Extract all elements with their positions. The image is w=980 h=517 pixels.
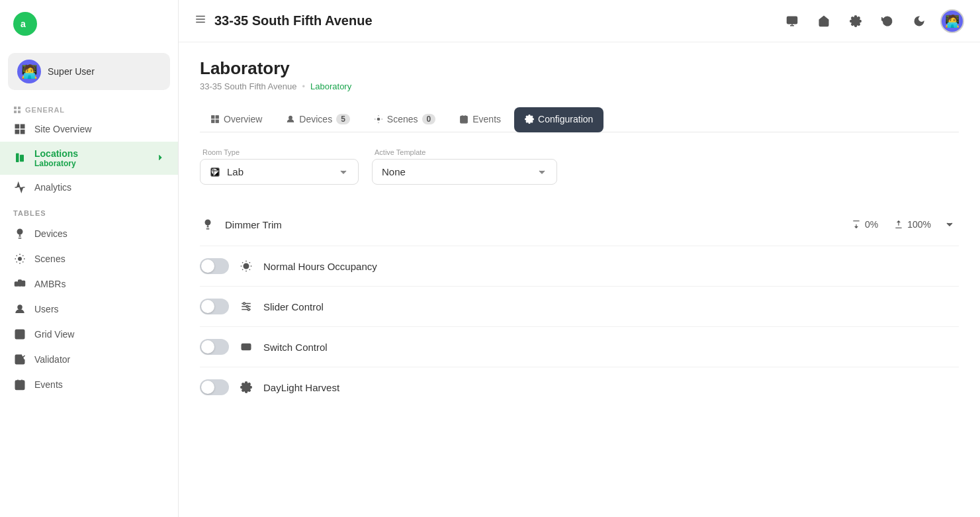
switch-icon <box>238 341 254 353</box>
switch-control-toggle[interactable] <box>200 339 229 355</box>
sidebar-item-ambrs-label: AMBRs <box>34 279 66 289</box>
room-type-value: Lab <box>227 166 332 177</box>
daylight-gear-icon <box>238 381 254 393</box>
breadcrumb: 33-35 South Fifth Avenue • Laboratory <box>200 81 959 91</box>
tab-bar: Overview Devices 5 Scenes 0 Events Confi… <box>200 107 959 132</box>
svg-rect-33 <box>212 116 214 118</box>
gridview-icon <box>13 328 26 340</box>
building-icon[interactable] <box>813 11 834 32</box>
dimmer-trim-expand-button[interactable] <box>940 215 959 234</box>
sidebar-item-events-label: Events <box>34 379 63 390</box>
svg-rect-6 <box>20 155 24 162</box>
sidebar-item-grid-view[interactable]: Grid View <box>0 322 178 347</box>
room-type-select[interactable]: Lab <box>200 159 359 185</box>
sidebar-item-grid-view-label: Grid View <box>34 329 74 340</box>
slider-icon <box>238 301 254 312</box>
ambr-icon <box>13 278 26 290</box>
svg-rect-18 <box>15 330 24 339</box>
sidebar-item-locations[interactable]: Locations Laboratory <box>0 142 178 175</box>
normal-hours-occupancy-label: Normal Hours Occupancy <box>263 261 959 272</box>
settings-icon[interactable] <box>845 11 866 32</box>
main-area: 33-35 South Fifth Avenue 🧑‍💻 Laborato <box>179 0 980 517</box>
tab-scenes[interactable]: Scenes 0 <box>363 107 446 132</box>
slider-control-toggle[interactable] <box>200 299 229 314</box>
user-icon <box>13 303 26 315</box>
svg-line-61 <box>242 269 243 270</box>
app-logo[interactable]: a <box>13 12 37 36</box>
sidebar-item-site-overview[interactable]: Site Overview <box>0 117 178 142</box>
sidebar-item-users[interactable]: Users <box>0 297 178 322</box>
topbar: 33-35 South Fifth Avenue 🧑‍💻 <box>179 0 980 42</box>
scenes-icon <box>13 253 26 265</box>
tab-devices-label: Devices <box>299 114 332 124</box>
svg-rect-36 <box>216 120 218 122</box>
config-row: Room Type Lab Active Template None <box>200 148 959 185</box>
sidebar-toggle-button[interactable] <box>195 13 206 28</box>
svg-point-9 <box>19 258 22 261</box>
user-card[interactable]: 🧑‍💻 Super User <box>8 53 170 90</box>
svg-rect-3 <box>15 130 19 134</box>
svg-rect-43 <box>461 116 468 123</box>
sidebar-item-analytics[interactable]: Analytics <box>0 175 178 200</box>
tab-events[interactable]: Events <box>449 107 512 132</box>
sidebar-item-validator[interactable]: Validator <box>0 347 178 372</box>
sidebar-item-scenes[interactable]: Scenes <box>0 246 178 271</box>
feature-row-normal-hours-occupancy: Normal Hours Occupancy <box>200 246 959 287</box>
svg-point-54 <box>244 263 249 269</box>
page-title: Laboratory <box>200 58 959 79</box>
sidebar-locations-sub: Laboratory <box>34 159 148 168</box>
sidebar-item-devices[interactable]: Devices <box>0 221 178 246</box>
topbar-title: 33-35 South Fifth Avenue <box>214 13 774 28</box>
refresh-icon[interactable] <box>877 11 898 32</box>
active-template-select[interactable]: None <box>372 159 557 185</box>
sidebar-item-site-overview-label: Site Overview <box>34 124 91 134</box>
sidebar-item-events[interactable]: Events <box>0 372 178 397</box>
active-template-value: None <box>382 166 530 177</box>
monitor-icon[interactable] <box>781 11 803 32</box>
tab-devices-badge: 5 <box>336 114 350 124</box>
page-content: Laboratory 33-35 South Fifth Avenue • La… <box>179 42 980 517</box>
tab-overview-label: Overview <box>224 114 262 124</box>
svg-line-57 <box>242 262 243 263</box>
tab-events-label: Events <box>472 114 501 124</box>
svg-point-38 <box>377 118 380 120</box>
dimmer-trim-label: Dimmer Trim <box>225 219 842 230</box>
tab-scenes-label: Scenes <box>387 114 418 124</box>
sun-icon <box>238 260 254 272</box>
room-type-icon <box>210 167 220 177</box>
dark-mode-icon[interactable] <box>909 11 930 32</box>
room-type-group: Room Type Lab <box>200 148 359 185</box>
feature-row-dimmer-trim: Dimmer Trim 0% 100% <box>200 203 959 246</box>
sidebar-item-ambrs[interactable]: AMBRs <box>0 271 178 297</box>
dimmer-trim-values: 0% 100% <box>852 219 931 230</box>
feature-list: Dimmer Trim 0% 100% <box>200 203 959 407</box>
svg-line-62 <box>249 262 250 263</box>
breadcrumb-address[interactable]: 33-35 South Fifth Avenue <box>200 81 296 91</box>
svg-point-37 <box>289 116 292 119</box>
svg-rect-14 <box>15 282 19 286</box>
svg-line-58 <box>249 269 250 270</box>
normal-hours-occupancy-toggle[interactable] <box>200 258 229 274</box>
analytics-icon <box>13 181 26 193</box>
tab-overview[interactable]: Overview <box>200 107 273 132</box>
sidebar: a 🧑‍💻 Super User GENERAL Site Overview L… <box>0 0 179 517</box>
sidebar-locations-label: Locations <box>34 148 148 159</box>
svg-point-68 <box>247 308 249 310</box>
svg-rect-22 <box>15 381 24 390</box>
sidebar-item-validator-label: Validator <box>34 354 70 365</box>
active-template-chevron-icon <box>537 167 547 177</box>
daylight-harvest-toggle[interactable] <box>200 379 229 395</box>
slider-control-label: Slider Control <box>263 301 959 312</box>
active-template-group: Active Template None <box>372 148 557 185</box>
svg-rect-4 <box>21 130 24 134</box>
room-type-label: Room Type <box>200 148 359 156</box>
feature-row-daylight-harvest: DayLight Harvest <box>200 367 959 407</box>
user-avatar-topbar[interactable]: 🧑‍💻 <box>940 9 964 33</box>
svg-rect-35 <box>212 120 214 122</box>
tab-devices[interactable]: Devices 5 <box>275 107 360 132</box>
svg-point-67 <box>244 303 245 305</box>
tab-configuration[interactable]: Configuration <box>514 107 603 132</box>
grid-icon <box>13 123 26 135</box>
breadcrumb-current: Laboratory <box>310 81 351 91</box>
user-name: Super User <box>48 66 95 77</box>
